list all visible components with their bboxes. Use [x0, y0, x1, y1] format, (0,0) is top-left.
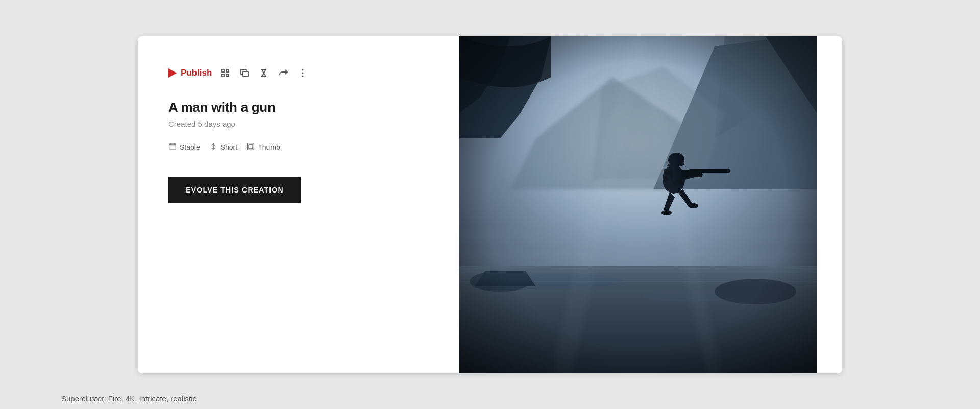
svg-point-5 — [302, 69, 304, 70]
thumb-tag: Thumb — [247, 142, 280, 152]
svg-rect-10 — [249, 145, 253, 149]
more-options-icon[interactable] — [297, 67, 309, 79]
svg-rect-4 — [243, 71, 248, 77]
short-icon — [209, 142, 217, 152]
svg-rect-1 — [226, 69, 229, 72]
svg-rect-37 — [459, 36, 817, 373]
artwork-image — [434, 36, 842, 373]
stable-icon — [168, 142, 177, 152]
svg-rect-3 — [226, 74, 229, 77]
footer-text: Supercluster, Fire, 4K, Intricate, reali… — [61, 394, 197, 403]
toolbar: Publish — [168, 67, 403, 79]
stable-label: Stable — [180, 143, 200, 151]
svg-point-7 — [302, 75, 304, 77]
svg-rect-0 — [222, 69, 224, 72]
svg-rect-8 — [169, 144, 176, 149]
thumb-label: Thumb — [258, 143, 280, 151]
expand-icon[interactable] — [219, 67, 231, 79]
short-tag: Short — [209, 142, 237, 152]
creation-date: Created 5 days ago — [168, 119, 403, 128]
svg-rect-2 — [222, 74, 224, 77]
copy-icon[interactable] — [238, 67, 251, 79]
card-right-panel — [434, 36, 842, 373]
page-wrapper: Publish — [0, 0, 980, 409]
short-label: Short — [220, 143, 237, 151]
share-icon[interactable] — [277, 67, 289, 79]
evolve-button[interactable]: EVOLVE THIS CREATION — [168, 177, 301, 203]
creation-card: Publish — [138, 36, 842, 373]
publish-arrow-icon — [168, 68, 177, 78]
publish-button[interactable]: Publish — [168, 68, 212, 78]
card-left-panel: Publish — [138, 36, 434, 373]
publish-label: Publish — [181, 68, 212, 78]
creation-title: A man with a gun — [168, 100, 403, 115]
stable-tag: Stable — [168, 142, 200, 152]
hourglass-icon[interactable] — [258, 67, 270, 79]
svg-point-6 — [302, 72, 304, 74]
tags-row: Stable Short — [168, 142, 403, 152]
thumb-icon — [247, 142, 255, 152]
